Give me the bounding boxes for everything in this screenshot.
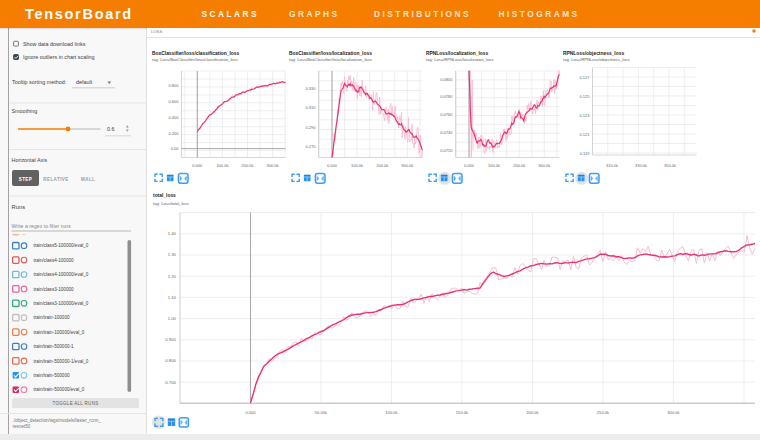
svg-text:BoxClassifier/loss/localizatio: BoxClassifier/loss/localization_loss xyxy=(289,51,372,56)
svg-text:train/class4-100000: train/class4-100000 xyxy=(34,258,75,263)
svg-text:100.0k: 100.0k xyxy=(351,163,363,168)
svg-text:GRAPHS: GRAPHS xyxy=(289,9,340,19)
svg-text:0.125: 0.125 xyxy=(579,94,590,99)
svg-text:tag: Loss/BoxClassifier/loss/c: tag: Loss/BoxClassifier/loss/classificat… xyxy=(152,57,238,62)
svg-text:0.6: 0.6 xyxy=(107,126,115,132)
svg-text:0.800: 0.800 xyxy=(165,358,176,363)
svg-text:0.00: 0.00 xyxy=(171,146,180,151)
svg-text:0.000: 0.000 xyxy=(327,163,338,168)
svg-text:Tooltip sorting method:: Tooltip sorting method: xyxy=(12,79,66,85)
svg-text:0.400: 0.400 xyxy=(168,115,179,120)
svg-text:Show data download links: Show data download links xyxy=(23,41,86,47)
svg-text:0.0760: 0.0760 xyxy=(440,112,453,117)
svg-text:RELATIVE: RELATIVE xyxy=(43,177,69,182)
svg-text:350.0k: 350.0k xyxy=(664,163,676,168)
svg-text:0.127: 0.127 xyxy=(579,75,590,80)
svg-text:Ignore outliers in chart scali: Ignore outliers in chart scaling xyxy=(23,54,95,60)
svg-text:LOSS: LOSS xyxy=(151,29,162,34)
svg-text:train/class5-100000/eval_0: train/class5-100000/eval_0 xyxy=(34,243,89,248)
svg-text:0.200: 0.200 xyxy=(168,131,179,136)
svg-text:tag: Loss/RPNLoss/localization: tag: Loss/RPNLoss/localization_loss xyxy=(426,57,494,62)
svg-text:0.600: 0.600 xyxy=(168,99,179,104)
svg-text:total_loss: total_loss xyxy=(153,193,176,198)
svg-text:SCALARS: SCALARS xyxy=(202,9,260,19)
svg-text:100.0k: 100.0k xyxy=(488,163,500,168)
svg-text:Runs: Runs xyxy=(12,204,26,210)
svg-text:Smoothing: Smoothing xyxy=(12,108,38,114)
svg-text:200.0k: 200.0k xyxy=(376,163,388,168)
svg-text:TOGGLE ALL RUNS: TOGGLE ALL RUNS xyxy=(52,401,98,406)
svg-text:train/train-500000-1: train/train-500000-1 xyxy=(34,344,75,349)
svg-text:150.0k: 150.0k xyxy=(456,410,469,415)
svg-text:0.0720: 0.0720 xyxy=(440,148,453,153)
svg-text:0.0740: 0.0740 xyxy=(440,130,453,135)
svg-text:train/train-500000-1/eval_0: train/train-500000-1/eval_0 xyxy=(34,359,89,364)
svg-text:0.270: 0.270 xyxy=(305,144,316,149)
svg-text:train/train-500000/eval_0: train/train-500000/eval_0 xyxy=(34,387,85,392)
svg-text:200.0k: 200.0k xyxy=(513,163,525,168)
svg-text:0.310: 0.310 xyxy=(305,105,316,110)
svg-text:0.000: 0.000 xyxy=(464,163,475,168)
svg-text:STEP: STEP xyxy=(19,177,33,182)
svg-text:300.0k: 300.0k xyxy=(267,163,279,168)
svg-text:./object_detection/wgs/models/: ./object_detection/wgs/models/faster_rcn… xyxy=(13,418,102,423)
svg-text:0.000: 0.000 xyxy=(245,410,256,415)
svg-text:0.290: 0.290 xyxy=(305,125,316,130)
svg-text:train/class4-100000/eval_0: train/class4-100000/eval_0 xyxy=(34,272,89,277)
svg-text:resnet50: resnet50 xyxy=(13,424,31,429)
svg-text:train/class3-100000/eval_0: train/class3-100000/eval_0 xyxy=(34,301,89,306)
svg-text:0.800: 0.800 xyxy=(168,83,179,88)
svg-text:0.900: 0.900 xyxy=(165,337,176,342)
svg-text:0.330: 0.330 xyxy=(305,86,316,91)
svg-text:RPNLoss/localization_loss: RPNLoss/localization_loss xyxy=(426,51,489,56)
svg-text:50.00k: 50.00k xyxy=(315,410,328,415)
svg-text:200.0k: 200.0k xyxy=(526,410,539,415)
svg-text:300.0k: 300.0k xyxy=(667,410,680,415)
svg-text:1.00: 1.00 xyxy=(168,316,177,321)
svg-text:RPNLoss/objectness_loss: RPNLoss/objectness_loss xyxy=(563,51,624,56)
svg-text:0.000: 0.000 xyxy=(192,163,203,168)
svg-text:Write a regex to filter runs: Write a regex to filter runs xyxy=(12,223,72,229)
svg-text:1.30: 1.30 xyxy=(168,252,177,257)
svg-text:HISTOGRAMS: HISTOGRAMS xyxy=(499,9,580,19)
svg-text:tag: Loss/total_loss: tag: Loss/total_loss xyxy=(153,201,189,206)
svg-text:Horizontal Axis: Horizontal Axis xyxy=(12,157,48,163)
svg-text:train/train-100000: train/train-100000 xyxy=(34,315,70,320)
svg-text:250.0k: 250.0k xyxy=(597,410,610,415)
svg-text:0.119: 0.119 xyxy=(580,151,590,156)
svg-text:WALL: WALL xyxy=(81,177,96,182)
svg-text:default: default xyxy=(76,79,93,85)
svg-text:0.700: 0.700 xyxy=(165,380,176,385)
svg-text:100.0k: 100.0k xyxy=(385,410,398,415)
svg-text:0.123: 0.123 xyxy=(579,113,590,118)
svg-text:1.20: 1.20 xyxy=(168,274,177,279)
svg-text:100.0k: 100.0k xyxy=(216,163,228,168)
svg-text:train/train-500000: train/train-500000 xyxy=(34,373,70,378)
svg-text:tag: Loss/RPNLoss/objectness_l: tag: Loss/RPNLoss/objectness_loss xyxy=(563,57,630,62)
svg-text:BoxClassifier/loss/classificat: BoxClassifier/loss/classification_loss xyxy=(152,51,240,56)
svg-text:0.0780: 0.0780 xyxy=(440,94,453,99)
svg-text:300.0k: 300.0k xyxy=(401,163,413,168)
svg-text:TensorBoard: TensorBoard xyxy=(25,6,133,22)
svg-text:train/class3-100000: train/class3-100000 xyxy=(34,287,75,292)
svg-text:0.0800: 0.0800 xyxy=(440,77,453,82)
svg-text:0.121: 0.121 xyxy=(579,132,590,137)
svg-text:200.0k: 200.0k xyxy=(241,163,253,168)
svg-text:train/train-100000/eval_0: train/train-100000/eval_0 xyxy=(34,330,85,335)
svg-text:310.0k: 310.0k xyxy=(606,163,618,168)
svg-text:300.0k: 300.0k xyxy=(538,163,550,168)
svg-text:1.40: 1.40 xyxy=(168,231,177,236)
svg-text:tag: Loss/BoxClassifier/loss/l: tag: Loss/BoxClassifier/loss/localizatio… xyxy=(289,57,372,62)
svg-text:1.10: 1.10 xyxy=(168,295,177,300)
svg-text:330.0k: 330.0k xyxy=(635,163,647,168)
svg-text:DISTRIBUTIONS: DISTRIBUTIONS xyxy=(374,9,471,19)
